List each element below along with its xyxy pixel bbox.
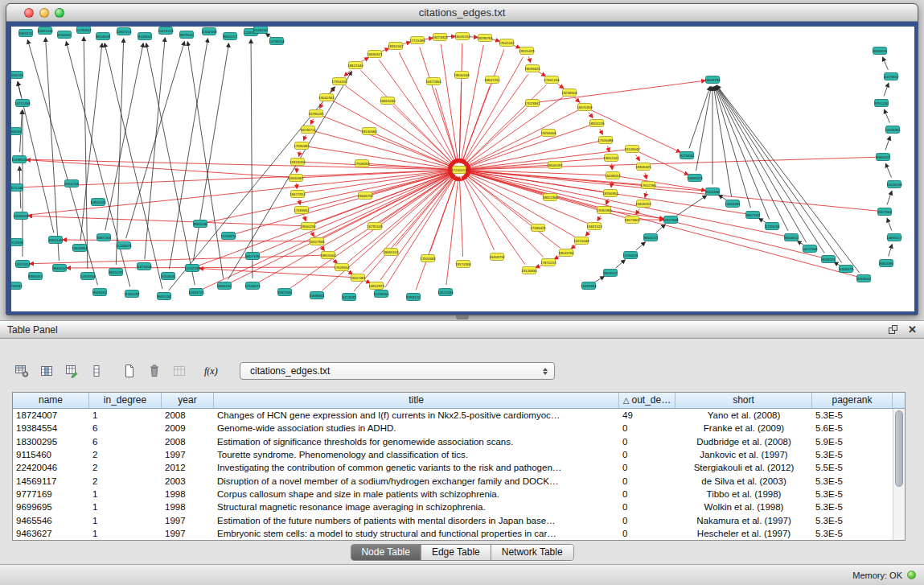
graph-edge[interactable] (381, 48, 388, 51)
column-header-title[interactable]: title (214, 393, 619, 408)
graph-node[interactable]: 16438207 (605, 172, 621, 179)
cell-name[interactable]: 9115460 (13, 450, 89, 459)
cell-in-degree[interactable]: 1 (89, 529, 162, 538)
graph-edge[interactable] (459, 177, 462, 257)
edit-table-icon[interactable] (61, 360, 82, 381)
cell-year[interactable]: 1998 (162, 489, 214, 499)
graph-node[interactable]: 18647251 (484, 76, 500, 84)
graph-node[interactable]: 10850243 (90, 199, 106, 206)
cell-title[interactable]: Corpus callosum shape and size in male p… (214, 489, 619, 499)
graph-edge[interactable] (266, 34, 272, 38)
cell-title[interactable]: Structural magnetic resonance image aver… (214, 502, 619, 512)
graph-node[interactable]: 17354208 (331, 78, 347, 85)
cell-in-degree[interactable]: 1 (89, 410, 162, 420)
graph-node[interactable]: 18130584 (361, 128, 377, 135)
memory-status-indicator[interactable] (907, 571, 916, 579)
cell-name[interactable]: 9463627 (13, 529, 89, 538)
graph-node[interactable]: 17641032 (499, 39, 515, 47)
graph-node[interactable]: 9580427 (876, 154, 890, 161)
graph-node[interactable]: 9691534 (157, 293, 171, 300)
graph-node[interactable]: 18760952 (602, 190, 618, 197)
scrollbar-thumb[interactable] (895, 410, 903, 487)
cell-in-degree[interactable]: 6 (89, 437, 162, 447)
graph-node[interactable]: 9824507 (603, 270, 618, 277)
cell-pagerank[interactable]: 5.3E-5 (812, 489, 893, 499)
graph-node[interactable]: 9758120 (406, 294, 421, 301)
graph-edge[interactable] (715, 86, 769, 219)
graph-node[interactable]: 10742195 (184, 265, 200, 272)
graph-node[interactable]: 9740561 (57, 31, 72, 39)
function-builder-icon[interactable]: f(x) (202, 360, 223, 381)
cell-out-degree[interactable]: 0 (619, 423, 676, 433)
graph-edge[interactable] (347, 175, 454, 263)
graph-edge[interactable] (416, 176, 457, 290)
cell-year[interactable]: 2012 (162, 463, 214, 472)
graph-node[interactable]: 9873541 (179, 31, 194, 39)
graph-node[interactable]: 16573801 (624, 216, 640, 224)
cell-out-degree[interactable]: 0 (619, 529, 676, 538)
cell-short[interactable]: Dudbridge et al. (2008) (676, 437, 812, 447)
graph-edge[interactable] (207, 171, 452, 222)
cell-in-degree[interactable]: 1 (89, 516, 162, 525)
graph-node[interactable]: 16648794 (704, 76, 721, 84)
cell-pagerank[interactable]: 5.3E-5 (812, 529, 893, 538)
graph-edge[interactable] (595, 277, 605, 282)
graph-edge[interactable] (798, 241, 804, 245)
graph-edge[interactable] (362, 58, 368, 62)
graph-node[interactable]: 9653172 (643, 234, 658, 241)
cell-pagerank[interactable]: 5.3E-5 (812, 410, 893, 420)
graph-edge[interactable] (598, 216, 601, 221)
graph-node[interactable]: 17508263 (354, 160, 370, 167)
graph-node[interactable]: 19126834 (521, 267, 537, 274)
graph-edge[interactable] (696, 87, 712, 171)
graph-edge[interactable] (126, 42, 185, 239)
graph-node[interactable]: 17023841 (524, 100, 540, 107)
cell-name[interactable]: 9699695 (13, 502, 89, 512)
graph-node[interactable]: 9843052 (52, 265, 67, 272)
graph-edge[interactable] (834, 262, 840, 266)
graph-node[interactable]: 11290847 (76, 27, 92, 34)
graph-node[interactable]: 18812350 (542, 194, 558, 201)
graph-edge[interactable] (441, 44, 458, 163)
graph-node[interactable]: 11542368 (201, 28, 217, 35)
graph-node[interactable]: 11873409 (136, 263, 152, 270)
graph-node[interactable]: 19238506 (561, 89, 577, 97)
graph-edge[interactable] (585, 231, 589, 236)
graph-edge[interactable] (715, 87, 751, 208)
cell-title[interactable]: Investigating the contribution of common… (214, 463, 619, 472)
graph-edge[interactable] (187, 42, 223, 278)
cell-in-degree[interactable]: 6 (89, 423, 162, 433)
import-table-icon[interactable] (169, 360, 190, 381)
graph-node[interactable]: 19346750 (357, 192, 373, 200)
graph-edge[interactable] (464, 84, 546, 164)
table-row[interactable]: 946362711997Embryonic stem cells: a mode… (13, 527, 905, 540)
table-row[interactable]: 946554611997Estimation of the future num… (13, 513, 905, 526)
cell-out-degree[interactable]: 0 (619, 450, 676, 459)
graph-node[interactable]: 17240113 (451, 167, 467, 174)
graph-edge[interactable] (380, 175, 455, 279)
graph-edge[interactable] (636, 154, 640, 160)
graph-edge[interactable] (887, 191, 892, 204)
graph-node[interactable]: 9148260 (253, 27, 268, 34)
graph-edge[interactable] (612, 163, 613, 169)
graph-node[interactable]: 10563281 (725, 200, 741, 208)
graph-edge[interactable] (259, 173, 453, 282)
graph-node[interactable]: 17652180 (640, 182, 656, 189)
cell-in-degree[interactable]: 2 (89, 463, 162, 472)
graph-node[interactable]: 9275630 (680, 152, 694, 159)
graph-node[interactable]: 10521436 (437, 289, 454, 296)
graph-node[interactable]: 17870215 (540, 259, 556, 266)
graph-edge[interactable] (589, 113, 593, 118)
graph-node[interactable]: 16458732 (489, 253, 505, 261)
cell-out-degree[interactable]: 49 (619, 410, 676, 420)
cell-pagerank[interactable]: 5.6E-5 (812, 423, 893, 433)
cell-name[interactable]: 18724007 (13, 410, 89, 420)
cell-pagerank[interactable]: 5.3E-5 (812, 502, 893, 512)
graph-node[interactable]: 17715386 (409, 37, 425, 44)
graph-node[interactable]: 9650217 (223, 33, 237, 40)
graph-edge[interactable] (463, 175, 525, 264)
graph-node[interactable]: 19530168 (454, 72, 470, 79)
graph-node[interactable]: 9317564 (877, 208, 892, 216)
graph-node[interactable]: 10685423 (687, 175, 703, 182)
graph-node[interactable]: 9571246 (11, 184, 23, 192)
